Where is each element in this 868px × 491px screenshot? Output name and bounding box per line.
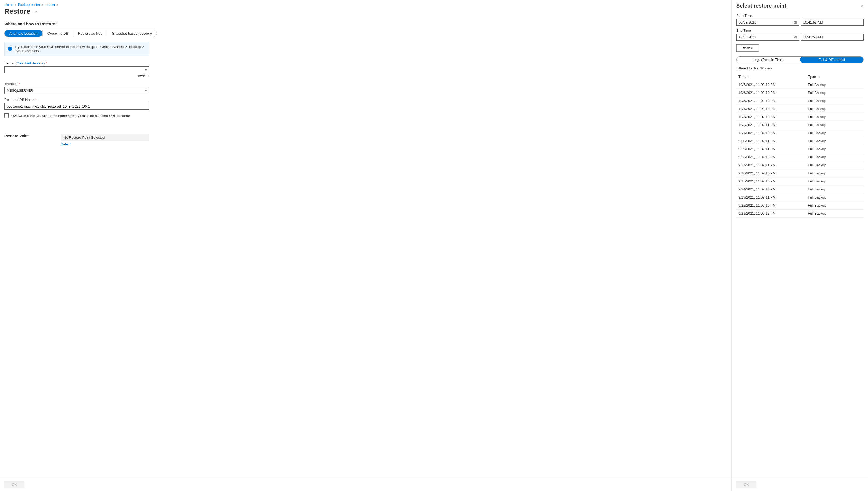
restore-point-time: 10/2/2021, 11:02:11 PM [739,123,808,127]
restore-point-time: 9/28/2021, 11:02:10 PM [739,155,808,159]
breadcrumb-backup-center[interactable]: Backup center [18,3,40,7]
restore-point-type: Full Backup [808,195,862,199]
refresh-button[interactable]: Refresh [736,44,759,52]
restore-mode-tabs: Alternate LocationOverwrite DBRestore as… [4,30,157,37]
server-select[interactable]: ▾ [4,66,149,73]
restore-point-row[interactable]: 9/29/2021, 11:02:11 PMFull Backup [736,145,864,153]
breadcrumb: Home › Backup center › master › [4,3,727,7]
restore-mode-tab[interactable]: Restore as files [73,30,107,37]
restore-mode-tab[interactable]: Alternate Location [5,30,42,37]
end-time-value: 10:41:53 AM [803,35,823,39]
close-icon[interactable]: ✕ [860,3,864,8]
restore-point-type-tabs: Logs (Point in Time)Full & Differential [736,56,864,63]
start-date-input[interactable]: 09/08/2021 📅︎ [736,19,799,26]
restore-point-row[interactable]: 9/27/2021, 11:02:11 PMFull Backup [736,161,864,169]
restore-point-row[interactable]: 9/28/2021, 11:02:10 PMFull Backup [736,153,864,161]
section-heading: Where and how to Restore? [4,22,727,26]
restore-point-row[interactable]: 9/26/2021, 11:02:10 PMFull Backup [736,169,864,177]
more-icon[interactable]: ··· [33,9,37,14]
server-label-close: ) [44,61,45,65]
restore-point-row[interactable]: 10/3/2021, 11:02:10 PMFull Backup [736,113,864,121]
restore-point-row[interactable]: 9/23/2021, 11:02:11 PMFull Backup [736,194,864,202]
restore-point-time: 10/1/2021, 11:02:10 PM [739,131,808,135]
restore-point-time: 9/22/2021, 11:02:10 PM [739,203,808,207]
chevron-right-icon: › [42,3,43,7]
select-restore-point-link[interactable]: Select [61,142,70,146]
start-time-input[interactable]: 10:41:53 AM [801,19,864,26]
restore-point-type: Full Backup [808,83,862,87]
end-date-input[interactable]: 10/08/2021 📅︎ [736,33,799,40]
restore-point-row[interactable]: 9/24/2021, 11:02:10 PMFull Backup [736,185,864,194]
restore-point-time: 9/26/2021, 11:02:10 PM [739,171,808,175]
chevron-down-icon: ▾ [145,89,147,92]
restore-point-time: 10/4/2021, 11:02:10 PM [739,107,808,111]
instance-label-text: Instance [4,82,18,86]
server-label: Server (Can't find Server?) * [4,61,149,65]
type-header-text: Type [808,75,816,79]
restore-point-row[interactable]: 10/5/2021, 11:02:10 PMFull Backup [736,97,864,105]
restore-point-row[interactable]: 10/7/2021, 11:02:10 PMFull Backup [736,81,864,89]
restore-point-row[interactable]: 9/22/2021, 11:02:10 PMFull Backup [736,202,864,209]
info-box: i If you don't see your SQL Server in th… [4,42,149,56]
restore-point-row[interactable]: 10/6/2021, 11:02:10 PMFull Backup [736,89,864,97]
cant-find-server-link[interactable]: Can't find Server? [17,61,44,65]
restore-mode-tab[interactable]: Overwrite DB [42,30,73,37]
sort-icon: ↑↓ [817,75,820,78]
restore-point-type: Full Backup [808,155,862,159]
time-header-text: Time [739,75,747,79]
calendar-icon: 📅︎ [793,20,797,24]
no-restore-point-selected: No Restore Point Selected [61,134,149,141]
breadcrumb-master[interactable]: master [45,3,55,7]
restore-point-time: 10/5/2021, 11:02:10 PM [739,99,808,103]
restore-point-type: Full Backup [808,179,862,183]
restore-point-type-tab[interactable]: Full & Differential [800,57,864,63]
end-date-value: 10/08/2021 [739,35,756,39]
ok-button[interactable]: OK [4,481,24,488]
side-panel: Select restore point ✕ Start Time 09/08/… [732,0,868,491]
main-content: Home › Backup center › master › Restore … [0,0,731,478]
instance-select[interactable]: MSSQLSERVER ▾ [4,87,149,94]
column-header-type[interactable]: Type ↑↓ [808,75,862,79]
restore-point-type: Full Backup [808,115,862,119]
restore-point-row[interactable]: 9/21/2021, 11:02:12 PMFull Backup [736,209,864,218]
restore-point-row[interactable]: 10/4/2021, 11:02:10 PMFull Backup [736,105,864,113]
dbname-label: Restored DB Name * [4,98,149,102]
chevron-right-icon: › [15,3,17,7]
chevron-right-icon: › [57,3,58,7]
dbname-label-text: Restored DB Name [4,98,35,102]
restore-point-time: 9/30/2021, 11:02:11 PM [739,139,808,143]
restore-point-type: Full Backup [808,163,862,167]
restore-point-time: 10/6/2021, 11:02:10 PM [739,91,808,95]
restore-point-type: Full Backup [808,123,862,127]
restore-point-type: Full Backup [808,99,862,103]
restore-point-time: 10/7/2021, 11:02:10 PM [739,83,808,87]
restore-point-type: Full Backup [808,171,862,175]
restore-point-row[interactable]: 10/2/2021, 11:02:11 PMFull Backup [736,121,864,129]
restore-point-row[interactable]: 9/30/2021, 11:02:11 PMFull Backup [736,137,864,145]
start-time-label: Start Time [736,14,864,18]
info-icon: i [8,47,12,51]
server-label-text: Server ( [4,61,17,65]
chevron-down-icon: ▾ [145,68,147,71]
restore-point-time: 9/27/2021, 11:02:11 PM [739,163,808,167]
restore-point-heading: Restore Point [4,134,29,146]
side-ok-button[interactable]: OK [736,481,756,488]
restore-point-row[interactable]: 9/25/2021, 11:02:10 PMFull Backup [736,177,864,185]
side-panel-title: Select restore point [736,3,786,9]
breadcrumb-home[interactable]: Home [4,3,14,7]
restore-mode-tab[interactable]: Snapshot-based recovery [107,30,157,37]
restore-point-type: Full Backup [808,147,862,151]
restore-point-time: 10/3/2021, 11:02:10 PM [739,115,808,119]
start-date-value: 09/08/2021 [739,20,756,24]
filter-text: Filtered for last 30 days [736,66,864,70]
restore-point-row[interactable]: 10/1/2021, 11:02:10 PMFull Backup [736,129,864,137]
restore-point-type: Full Backup [808,203,862,207]
restore-points-table: Time ↑↓ Type ↑↓ 10/7/2021, 11:02:10 PMFu… [736,73,864,218]
overwrite-checkbox[interactable] [4,114,8,118]
restore-point-type: Full Backup [808,139,862,143]
column-header-time[interactable]: Time ↑↓ [739,75,808,79]
restore-point-time: 9/24/2021, 11:02:10 PM [739,187,808,191]
dbname-input[interactable] [4,103,149,110]
restore-point-type-tab[interactable]: Logs (Point in Time) [736,57,800,63]
end-time-input[interactable]: 10:41:53 AM [801,33,864,40]
